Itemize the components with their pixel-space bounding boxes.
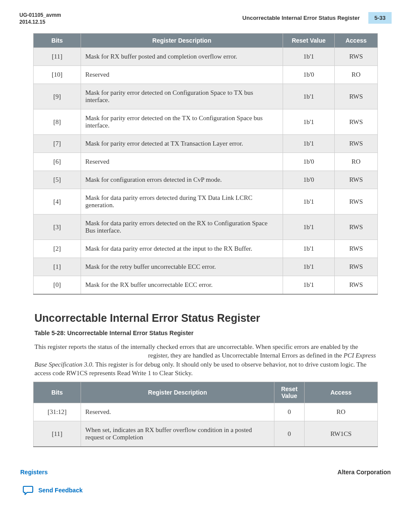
feedback-icon — [23, 485, 34, 495]
footer-company: Altera Corporation — [337, 469, 391, 476]
page-header: UG-01105_avmm 2014.12.15 Uncorrectable I… — [19, 12, 392, 25]
table-header-row: Bits Register Description Reset Value Ac… — [34, 34, 378, 48]
cell-bits: [1] — [34, 258, 81, 276]
cell-access: RO — [305, 403, 378, 421]
col-desc: Register Description — [81, 34, 283, 48]
cell-reset: 1b'1 — [283, 215, 335, 240]
cell-desc: Mask for the retry buffer uncorrectable … — [81, 258, 283, 276]
cell-desc: Mask for data parity errors detected on … — [81, 215, 283, 240]
cell-access: RWS — [335, 215, 378, 240]
cell-desc: Mask for data parity error detected at t… — [81, 240, 283, 258]
cell-bits: [3] — [34, 215, 81, 240]
col-reset: Reset Value — [283, 34, 335, 48]
page-number: 5-33 — [368, 12, 392, 24]
cell-desc: When set, indicates an RX buffer overflo… — [81, 421, 274, 447]
col-access: Access — [335, 34, 378, 48]
col-access: Access — [305, 382, 378, 403]
cell-desc: Mask for parity error detected at TX Tra… — [81, 135, 283, 153]
para-text: This register reports the status of the … — [34, 343, 358, 350]
cell-reset: 0 — [274, 421, 305, 447]
cell-access: RO — [335, 153, 378, 171]
cell-access: RWS — [335, 171, 378, 189]
cell-desc: Mask for parity error detected on Config… — [81, 84, 283, 109]
cell-desc: Reserved — [81, 66, 283, 84]
doc-info: UG-01105_avmm 2014.12.15 — [19, 12, 61, 25]
cell-reset: 1b'1 — [283, 84, 335, 109]
table-row: [4]Mask for data parity errors detected … — [34, 189, 378, 215]
col-reset: Reset Value — [274, 382, 305, 403]
footer-chapter: Registers — [20, 469, 48, 476]
section-paragraph: This register reports the status of the … — [34, 342, 377, 377]
table-row: [3]Mask for data parity errors detected … — [34, 215, 378, 240]
page-footer: Registers Altera Corporation — [19, 469, 392, 476]
cell-reset: 1b'1 — [283, 189, 335, 215]
cell-bits: [7] — [34, 135, 81, 153]
cell-reset: 1b'0 — [283, 66, 335, 84]
cell-desc: Mask for RX buffer posted and completion… — [81, 48, 283, 66]
col-bits: Bits — [34, 382, 81, 403]
cell-access: RWS — [335, 240, 378, 258]
cell-reset: 1b'0 — [283, 153, 335, 171]
table-row: [1]Mask for the retry buffer uncorrectab… — [34, 258, 378, 276]
cell-access: RWS — [335, 135, 378, 153]
table-row: [0]Mask for the RX buffer uncorrectable … — [34, 276, 378, 295]
table-row: [31:12]Reserved.0RO — [34, 403, 378, 421]
table-row: [9]Mask for parity error detected on Con… — [34, 84, 378, 109]
para-text: register, they are handled as Uncorrecta… — [148, 352, 344, 359]
send-feedback-link[interactable]: Send Feedback — [19, 485, 392, 495]
cell-desc: Mask for parity error detected on the TX… — [81, 109, 283, 135]
cell-access: RWS — [335, 109, 378, 135]
cell-desc: Mask for configuration errors detected i… — [81, 171, 283, 189]
header-section-title: Uncorrectable Internal Error Status Regi… — [243, 12, 368, 24]
table-row: [10]Reserved1b'0RO — [34, 66, 378, 84]
cell-desc: Reserved — [81, 153, 283, 171]
col-desc: Register Description — [81, 382, 274, 403]
cell-desc: Mask for data parity errors detected dur… — [81, 189, 283, 215]
cell-desc: Mask for the RX buffer uncorrectable ECC… — [81, 276, 283, 295]
table-row: [7]Mask for parity error detected at TX … — [34, 135, 378, 153]
table-caption: Table 5-28: Uncorrectable Internal Error… — [34, 330, 392, 336]
cell-access: RWS — [335, 258, 378, 276]
cell-access: RWS — [335, 276, 378, 295]
cell-bits: [31:12] — [34, 403, 81, 421]
table-row: [5]Mask for configuration errors detecte… — [34, 171, 378, 189]
section-title: Uncorrectable Internal Error Status Regi… — [34, 312, 392, 324]
register-table-status: Bits Register Description Reset Value Ac… — [33, 382, 378, 447]
cell-access: RWS — [335, 189, 378, 215]
table-row: [11]Mask for RX buffer posted and comple… — [34, 48, 378, 66]
cell-bits: [4] — [34, 189, 81, 215]
cell-bits: [9] — [34, 84, 81, 109]
cell-bits: [8] — [34, 109, 81, 135]
table-row: [8]Mask for parity error detected on the… — [34, 109, 378, 135]
feedback-label: Send Feedback — [38, 487, 83, 494]
cell-bits: [2] — [34, 240, 81, 258]
doc-date: 2014.12.15 — [19, 19, 61, 26]
table-row: [11]When set, indicates an RX buffer ove… — [34, 421, 378, 447]
cell-reset: 1b'1 — [283, 276, 335, 295]
cell-reset: 1b'1 — [283, 240, 335, 258]
cell-reset: 1b'1 — [283, 135, 335, 153]
register-table-mask: Bits Register Description Reset Value Ac… — [33, 33, 378, 295]
col-bits: Bits — [34, 34, 81, 48]
cell-bits: [6] — [34, 153, 81, 171]
cell-bits: [5] — [34, 171, 81, 189]
doc-id: UG-01105_avmm — [19, 12, 61, 19]
cell-reset: 0 — [274, 403, 305, 421]
cell-reset: 1b'1 — [283, 109, 335, 135]
cell-bits: [10] — [34, 66, 81, 84]
cell-access: RWS — [335, 48, 378, 66]
table-header-row: Bits Register Description Reset Value Ac… — [34, 382, 378, 403]
cell-access: RWS — [335, 84, 378, 109]
table-row: [2]Mask for data parity error detected a… — [34, 240, 378, 258]
table-row: [6]Reserved1b'0RO — [34, 153, 378, 171]
cell-reset: 1b'0 — [283, 171, 335, 189]
cell-bits: [0] — [34, 276, 81, 295]
cell-access: RW1CS — [305, 421, 378, 447]
cell-bits: [11] — [34, 48, 81, 66]
cell-reset: 1b'1 — [283, 258, 335, 276]
cell-desc: Reserved. — [81, 403, 274, 421]
cell-access: RO — [335, 66, 378, 84]
cell-reset: 1b'1 — [283, 48, 335, 66]
cell-bits: [11] — [34, 421, 81, 447]
